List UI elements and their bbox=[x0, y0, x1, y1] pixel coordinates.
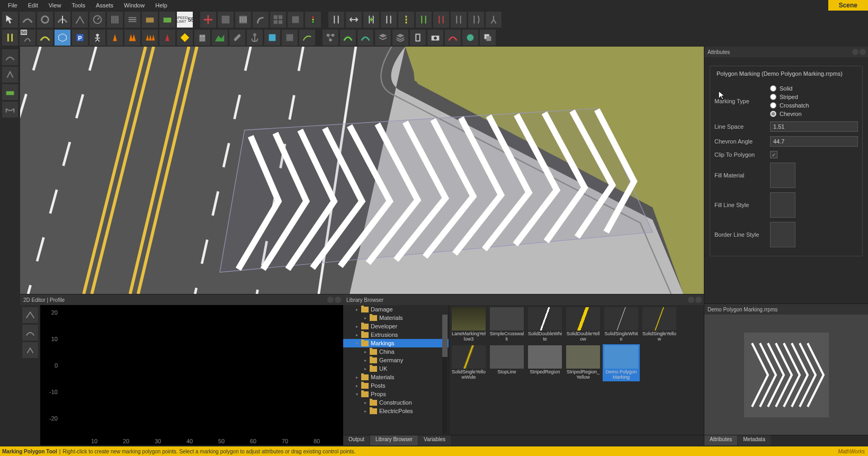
angle-tool-icon[interactable] bbox=[2, 67, 18, 83]
texture-tool-icon[interactable] bbox=[282, 30, 298, 46]
menu-tools[interactable]: Tools bbox=[66, 1, 91, 10]
path-tool-2-icon[interactable] bbox=[357, 30, 373, 46]
marking-tangent-tool-icon[interactable] bbox=[37, 30, 53, 46]
tab-library-browser[interactable]: Library Browser bbox=[370, 435, 418, 445]
ed2d-angle-icon[interactable] bbox=[22, 342, 38, 358]
menu-help[interactable]: Help bbox=[150, 1, 173, 10]
parking-tool-icon[interactable]: P bbox=[72, 30, 88, 46]
thumb-solidsingleyellow[interactable]: SolidSingleYellow bbox=[641, 306, 678, 343]
copy-tool-icon[interactable] bbox=[480, 30, 496, 46]
menu-file[interactable]: File bbox=[3, 1, 23, 10]
thumb-stripedregion[interactable]: StripedRegion bbox=[526, 344, 563, 381]
menu-window[interactable]: Window bbox=[119, 1, 150, 10]
line-space-input[interactable] bbox=[770, 121, 858, 132]
prop-cone-2-icon[interactable] bbox=[124, 30, 140, 46]
junction-tool-icon[interactable] bbox=[200, 12, 216, 28]
building-tool-icon[interactable] bbox=[194, 30, 210, 46]
marking-curve-tool-icon[interactable]: 50 bbox=[20, 30, 35, 46]
speed-limit-tool-icon[interactable]: SPEEDLIMIT55 bbox=[177, 12, 193, 28]
scrollbar-thumb[interactable] bbox=[442, 315, 448, 357]
panel-close-icon[interactable] bbox=[335, 297, 341, 303]
panel-close-icon[interactable] bbox=[695, 297, 702, 303]
layers-tool-icon[interactable] bbox=[375, 30, 391, 46]
slip-road-tool-icon[interactable] bbox=[253, 12, 269, 28]
path-tool-icon[interactable] bbox=[340, 30, 356, 46]
library-thumbnails[interactable]: LaneMarkingYellow3SimpleCrosswalkSolidDo… bbox=[449, 305, 704, 435]
wrench-tool-icon[interactable] bbox=[229, 30, 245, 46]
3d-viewport[interactable] bbox=[20, 47, 704, 294]
clip-checkbox[interactable]: ✓ bbox=[770, 151, 777, 158]
thumb-solidsinglewhite[interactable]: SolidSingleWhite bbox=[603, 306, 640, 343]
thumb-lanemarkingyellow3[interactable]: LaneMarkingYellow3 bbox=[450, 306, 487, 343]
tree-item-markings[interactable]: ▾Markings bbox=[343, 339, 449, 347]
library-tree[interactable]: ▸Damage▸Materials▸Developer▸Extrusions▾M… bbox=[343, 305, 449, 435]
tree-item-uk[interactable]: ▸UK bbox=[343, 364, 449, 373]
tab-attributes[interactable]: Attributes bbox=[704, 435, 737, 445]
panel-close-icon[interactable] bbox=[860, 49, 866, 55]
corner-tool-icon[interactable] bbox=[218, 12, 234, 28]
road-offset-tool-icon[interactable] bbox=[124, 12, 140, 28]
thumb-soliddoubleyellow[interactable]: SolidDoubleYellow bbox=[565, 306, 602, 343]
lane-carve-tool-icon[interactable] bbox=[468, 12, 484, 28]
scenario-graph-icon[interactable] bbox=[323, 30, 338, 46]
lane-form-tool-icon[interactable] bbox=[451, 12, 467, 28]
prop-cone-3-icon[interactable] bbox=[142, 30, 158, 46]
tree-item-construction[interactable]: ▸Construction bbox=[343, 398, 449, 407]
border-line-style-swatch[interactable] bbox=[770, 222, 795, 247]
road-chop-tool-icon[interactable] bbox=[55, 12, 70, 28]
layers-add-tool-icon[interactable] bbox=[392, 30, 408, 46]
thumb-simplecrosswalk[interactable]: SimpleCrosswalk bbox=[488, 306, 525, 343]
lane-add-tool-icon[interactable] bbox=[363, 12, 379, 28]
road-plan-tool-icon[interactable] bbox=[20, 12, 35, 28]
tab-metadata[interactable]: Metadata bbox=[738, 435, 771, 445]
lane-marking-tool-icon[interactable] bbox=[398, 12, 414, 28]
selection-tool-icon[interactable] bbox=[2, 12, 18, 28]
tree-item-extrusions[interactable]: ▸Extrusions bbox=[343, 330, 449, 339]
tree-item-materials[interactable]: ▸Materials bbox=[343, 314, 449, 322]
device-tool-icon[interactable] bbox=[410, 30, 426, 46]
tree-item-damage[interactable]: ▸Damage bbox=[343, 305, 449, 314]
lane-chop-tool-icon[interactable] bbox=[381, 12, 397, 28]
prop-cone-4-icon[interactable] bbox=[159, 30, 175, 46]
thumb-solidsingleyellowwide[interactable]: SolidSingleYellowWide bbox=[450, 344, 487, 381]
lane-offset-tool-icon[interactable] bbox=[416, 12, 432, 28]
tab-variables[interactable]: Variables bbox=[418, 435, 451, 445]
menu-edit[interactable]: Edit bbox=[23, 1, 43, 10]
fill-material-swatch[interactable] bbox=[770, 163, 795, 188]
arc-tool-icon[interactable] bbox=[2, 49, 18, 65]
marking-type-chevron[interactable]: Chevron bbox=[770, 111, 858, 117]
ed2d-curve-icon[interactable] bbox=[22, 307, 38, 323]
marking-polygon-tool-icon[interactable] bbox=[55, 30, 70, 46]
lane-tool-icon[interactable] bbox=[328, 12, 344, 28]
marking-point-tool-icon[interactable] bbox=[2, 30, 18, 46]
menu-view[interactable]: View bbox=[43, 1, 67, 10]
maneuver-tool-icon[interactable] bbox=[288, 12, 303, 28]
tree-item-china[interactable]: ▸China bbox=[343, 347, 449, 356]
export-tool-icon[interactable] bbox=[445, 30, 461, 46]
scene-tool-icon[interactable] bbox=[299, 30, 315, 46]
tab-output[interactable]: Output bbox=[343, 435, 370, 445]
camera-tool-icon[interactable] bbox=[427, 30, 443, 46]
panel-min-icon[interactable] bbox=[688, 297, 694, 303]
fill-line-style-swatch[interactable] bbox=[770, 192, 795, 218]
tree-item-germany[interactable]: ▸Germany bbox=[343, 356, 449, 364]
menu-assets[interactable]: Assets bbox=[91, 1, 119, 10]
road-circle-tool-icon[interactable] bbox=[37, 12, 53, 28]
panel-min-icon[interactable] bbox=[327, 297, 334, 303]
marking-type-crosshatch[interactable]: Crosshatch bbox=[770, 102, 858, 109]
sign-tool-icon[interactable] bbox=[177, 30, 193, 46]
road-speed-tool-icon[interactable] bbox=[90, 12, 105, 28]
crosswalk-marking-tool-icon[interactable] bbox=[90, 30, 105, 46]
surface-layer-icon[interactable] bbox=[2, 84, 18, 100]
thumb-stripedregion_yellow[interactable]: StripedRegion_Yellow bbox=[565, 344, 602, 381]
tree-item-props[interactable]: ▾Props bbox=[343, 390, 449, 398]
terrain-tool-icon[interactable] bbox=[212, 30, 228, 46]
marking-type-striped[interactable]: Striped bbox=[770, 94, 858, 100]
lane-type-tool-icon[interactable] bbox=[433, 12, 449, 28]
crosswalk-tool-icon[interactable] bbox=[235, 12, 251, 28]
2d-editor-canvas[interactable]: 20 10 0 -10 -20 10 20 30 40 50 60 bbox=[40, 305, 343, 445]
thumb-stopline[interactable]: StopLine bbox=[488, 344, 525, 381]
bridge-tool-icon[interactable] bbox=[2, 102, 18, 118]
panel-min-icon[interactable] bbox=[852, 49, 858, 55]
anchor-tool-icon[interactable] bbox=[247, 30, 263, 46]
